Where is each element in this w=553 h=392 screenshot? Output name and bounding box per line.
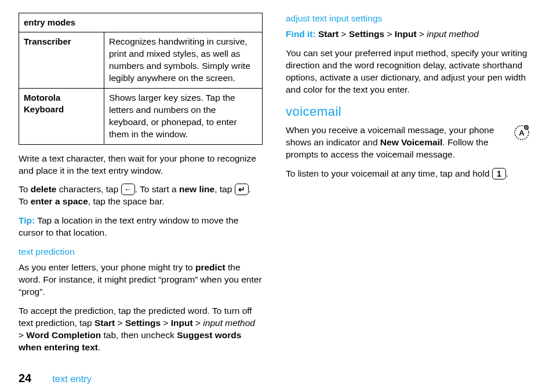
section-heading: voicemail xyxy=(286,103,530,120)
row-label: Motorola Keyboard xyxy=(19,88,104,144)
paragraph: To accept the prediction, tap the predic… xyxy=(19,305,263,354)
paragraph: As you enter letters, your phone might t… xyxy=(19,262,263,298)
row-label: Transcriber xyxy=(19,32,104,89)
page-footer: 24 text entry xyxy=(19,368,530,385)
page-number: 24 xyxy=(19,372,31,385)
manual-page: entry modes Transcriber Recognizes handw… xyxy=(0,0,553,392)
subsection-heading: adjust text input settings xyxy=(286,13,530,25)
table-row: Motorola Keyboard Shows larger key sizes… xyxy=(19,88,263,144)
enter-key-icon: ↵ xyxy=(235,184,249,195)
row-desc: Recognizes handwriting in cursive, print… xyxy=(104,32,263,89)
paragraph: You can set your preferred input method,… xyxy=(286,47,530,96)
left-column: entry modes Transcriber Recognizes handw… xyxy=(19,13,263,368)
table-header: entry modes xyxy=(19,13,263,32)
one-key-icon: 1 xyxy=(492,168,506,179)
backspace-key-icon: ← xyxy=(121,184,135,195)
columns: entry modes Transcriber Recognizes handw… xyxy=(19,13,530,368)
voicemail-indicator-icon: A xyxy=(514,124,530,141)
tip-paragraph: Tip: Tap a location in the text entry wi… xyxy=(19,215,263,239)
paragraph: To delete characters, tap ←. To start a … xyxy=(19,184,263,208)
subsection-heading: text prediction xyxy=(19,246,263,258)
entry-modes-table: entry modes Transcriber Recognizes handw… xyxy=(19,13,263,145)
footer-section-title: text entry xyxy=(52,373,92,384)
tip-label: Tip: xyxy=(19,215,35,225)
svg-text:A: A xyxy=(519,129,525,137)
find-it-label: Find it: xyxy=(286,29,316,39)
paragraph: Write a text character, then wait for yo… xyxy=(19,153,263,177)
find-it-line: Find it: Start > Settings > Input > inpu… xyxy=(286,28,530,41)
right-column: adjust text input settings Find it: Star… xyxy=(286,13,530,368)
table-row: Transcriber Recognizes handwriting in cu… xyxy=(19,32,263,89)
paragraph: To listen to your voicemail at any time,… xyxy=(286,168,530,180)
row-desc: Shows larger key sizes. Tap the letters … xyxy=(104,88,263,144)
voicemail-paragraph: When you receive a voicemail message, yo… xyxy=(286,124,530,168)
